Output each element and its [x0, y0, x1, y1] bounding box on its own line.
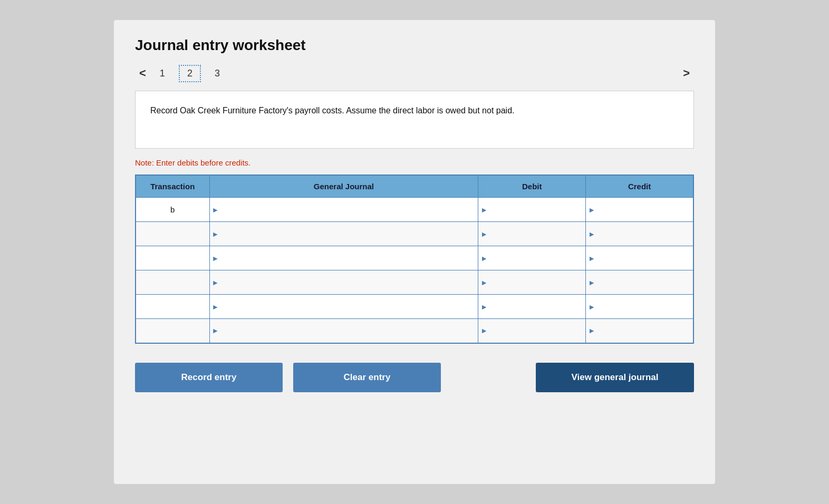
input-debit-2[interactable]: [489, 222, 585, 246]
input-debit-4[interactable]: [489, 270, 585, 294]
header-transaction: Transaction: [136, 175, 209, 198]
cell-transaction-4: [136, 270, 209, 295]
description-text: Record Oak Creek Furniture Factory's pay…: [150, 106, 514, 115]
description-box: Record Oak Creek Furniture Factory's pay…: [135, 91, 694, 149]
input-journal-1[interactable]: [220, 198, 478, 221]
arrow-icon-j5: ►: [212, 303, 219, 311]
arrow-icon-j2: ►: [212, 230, 219, 238]
arrow-icon-d4: ►: [480, 278, 488, 287]
cell-debit-6[interactable]: ►: [478, 319, 586, 343]
input-journal-5[interactable]: [220, 295, 478, 318]
page-numbers: 1 2 3: [155, 65, 225, 82]
input-debit-1[interactable]: [489, 198, 585, 221]
input-journal-2[interactable]: [220, 222, 478, 246]
input-debit-6[interactable]: [489, 319, 585, 343]
arrow-icon-d2: ►: [480, 230, 488, 238]
arrow-icon-c2: ►: [588, 230, 595, 238]
input-credit-6[interactable]: [596, 319, 693, 343]
arrow-icon-d1: ►: [480, 206, 488, 214]
page-title: Journal entry worksheet: [135, 37, 694, 54]
view-general-journal-button[interactable]: View general journal: [536, 363, 694, 392]
record-entry-button[interactable]: Record entry: [135, 363, 283, 392]
arrow-icon-d6: ►: [480, 326, 488, 335]
cell-journal-5[interactable]: ►: [209, 295, 478, 319]
cell-debit-3[interactable]: ►: [478, 246, 586, 270]
cell-debit-2[interactable]: ►: [478, 222, 586, 246]
clear-entry-button[interactable]: Clear entry: [293, 363, 441, 392]
table-row: ► ► ►: [136, 319, 693, 343]
cell-transaction-6: [136, 319, 209, 343]
buttons-row: Record entry Clear entry View general jo…: [135, 363, 694, 392]
arrow-icon-c4: ►: [588, 278, 595, 287]
page-1[interactable]: 1: [155, 66, 170, 81]
next-arrow[interactable]: >: [679, 64, 694, 82]
input-journal-4[interactable]: [220, 270, 478, 294]
cell-transaction-2: [136, 222, 209, 246]
input-credit-2[interactable]: [596, 222, 693, 246]
journal-table: Transaction General Journal Debit Credit…: [135, 175, 694, 344]
table-row: b ► ► ►: [136, 198, 693, 222]
input-credit-5[interactable]: [596, 295, 693, 318]
cell-transaction-5: [136, 295, 209, 319]
cell-credit-4[interactable]: ►: [586, 270, 693, 295]
cell-debit-4[interactable]: ►: [478, 270, 586, 295]
cell-journal-1[interactable]: ►: [209, 198, 478, 222]
page-2[interactable]: 2: [179, 65, 201, 82]
arrow-icon-c5: ►: [588, 303, 595, 311]
table-header-row: Transaction General Journal Debit Credit: [136, 175, 693, 198]
table-row: ► ► ►: [136, 270, 693, 295]
input-credit-3[interactable]: [596, 246, 693, 270]
cell-credit-3[interactable]: ►: [586, 246, 693, 270]
header-debit: Debit: [478, 175, 586, 198]
arrow-icon-j1: ►: [212, 206, 219, 214]
header-general-journal: General Journal: [209, 175, 478, 198]
input-debit-3[interactable]: [489, 246, 585, 270]
table-row: ► ► ►: [136, 295, 693, 319]
table-row: ► ► ►: [136, 222, 693, 246]
table-row: ► ► ►: [136, 246, 693, 270]
input-debit-5[interactable]: [489, 295, 585, 318]
prev-arrow[interactable]: <: [135, 64, 150, 82]
input-journal-3[interactable]: [220, 246, 478, 270]
input-credit-4[interactable]: [596, 270, 693, 294]
input-journal-6[interactable]: [220, 319, 478, 343]
cell-journal-4[interactable]: ►: [209, 270, 478, 295]
arrow-icon-c1: ►: [588, 206, 595, 214]
cell-credit-1[interactable]: ►: [586, 198, 693, 222]
arrow-icon-j6: ►: [212, 326, 219, 335]
cell-journal-2[interactable]: ►: [209, 222, 478, 246]
cell-credit-2[interactable]: ►: [586, 222, 693, 246]
input-credit-1[interactable]: [596, 198, 693, 221]
cell-credit-6[interactable]: ►: [586, 319, 693, 343]
cell-debit-1[interactable]: ►: [478, 198, 586, 222]
cell-journal-6[interactable]: ►: [209, 319, 478, 343]
main-container: Journal entry worksheet < 1 2 3 > Record…: [114, 20, 715, 484]
pagination-row: < 1 2 3 >: [135, 64, 694, 82]
cell-transaction-1: b: [136, 198, 209, 222]
cell-credit-5[interactable]: ►: [586, 295, 693, 319]
cell-debit-5[interactable]: ►: [478, 295, 586, 319]
arrow-icon-c6: ►: [588, 326, 595, 335]
arrow-icon-d5: ►: [480, 303, 488, 311]
arrow-icon-c3: ►: [588, 254, 595, 263]
arrow-icon-j3: ►: [212, 254, 219, 263]
cell-transaction-3: [136, 246, 209, 270]
page-3[interactable]: 3: [209, 66, 225, 81]
header-credit: Credit: [586, 175, 693, 198]
cell-journal-3[interactable]: ►: [209, 246, 478, 270]
note-text: Note: Enter debits before credits.: [135, 158, 694, 167]
arrow-icon-d3: ►: [480, 254, 488, 263]
arrow-icon-j4: ►: [212, 278, 219, 287]
